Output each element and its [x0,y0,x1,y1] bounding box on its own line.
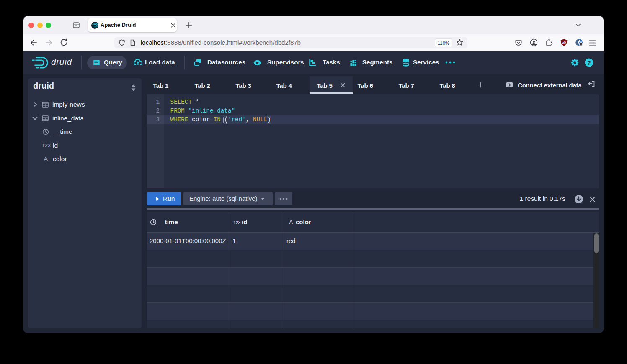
svg-text:?: ? [587,59,591,66]
svg-text:uO: uO [562,41,566,44]
